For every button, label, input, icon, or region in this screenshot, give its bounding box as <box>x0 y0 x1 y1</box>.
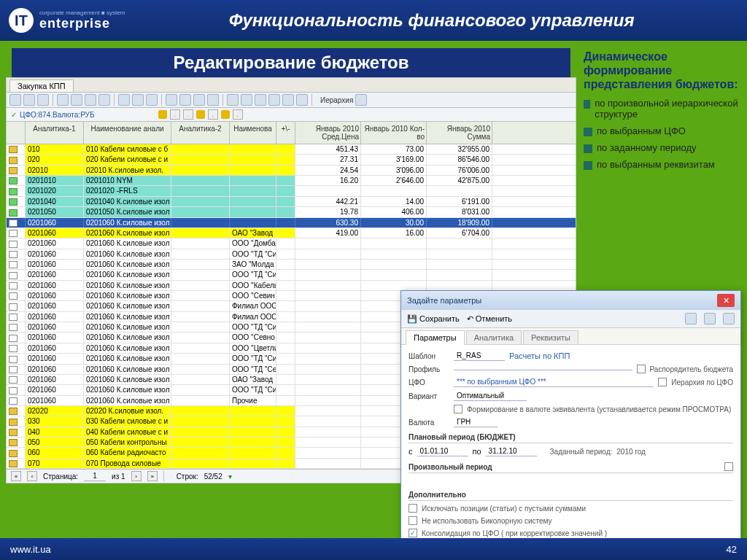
template-code[interactable]: R_RAS <box>454 351 505 361</box>
row-icon <box>9 303 18 311</box>
column-header[interactable]: Аналитика-1 <box>26 122 84 144</box>
toolbar-icon[interactable] <box>282 94 294 106</box>
tab-active[interactable]: Закупка КПП <box>9 79 74 92</box>
table-row[interactable]: 02010600201060 К.силовые изол 12ЗАО "Мол… <box>7 260 576 270</box>
toolbar-icon[interactable] <box>57 94 69 106</box>
toolbar-icon[interactable] <box>85 94 96 106</box>
plan-group: Плановый период (БЮДЖЕТ) <box>409 433 733 443</box>
toolbar-icon[interactable] <box>71 94 82 106</box>
toolbar-icon[interactable] <box>98 94 110 106</box>
opt2-checkbox[interactable] <box>409 516 417 525</box>
app-header: IT corporate management ■ system enterpr… <box>0 0 747 41</box>
opt1-checkbox[interactable] <box>409 504 417 513</box>
table-row[interactable]: 02010600201060 К.силовые изол 17354ООО "… <box>7 281 576 291</box>
column-header[interactable]: +\- <box>276 122 295 144</box>
dot-button[interactable]: . <box>170 109 180 120</box>
nav-prev[interactable]: ‹ <box>27 471 37 481</box>
toolbar-icon[interactable] <box>355 94 367 106</box>
dot-button[interactable]: . <box>183 109 193 120</box>
table-row[interactable]: 02010600201060 К.силовые изол 1135ООО "Т… <box>7 249 576 260</box>
table-row[interactable]: 02010400201040 К.силовые изол442.2114.00… <box>7 197 576 207</box>
row-icon <box>9 188 18 195</box>
page-label: Страница: <box>43 472 78 481</box>
rows-value: 52/52 <box>204 472 222 481</box>
profile-input[interactable] <box>454 368 632 370</box>
arb-checkbox[interactable] <box>724 462 733 471</box>
opt3-checkbox[interactable] <box>409 529 417 537</box>
toolbar-icon[interactable] <box>227 94 239 106</box>
toolbar-icon[interactable] <box>132 94 144 106</box>
toolbar-icon[interactable] <box>255 94 266 106</box>
logo-icon: IT <box>9 8 34 33</box>
table-row[interactable]: 02010200201020 -FRLS <box>7 186 576 196</box>
valuta-select[interactable]: ГРН <box>454 417 498 427</box>
dot-button[interactable]: . <box>208 109 218 120</box>
footer-url: www.it.ua <box>10 544 51 555</box>
page-input[interactable]: 1 <box>84 471 106 481</box>
toolbar-icon[interactable] <box>241 94 252 106</box>
bullet-icon <box>584 161 592 170</box>
cfo-cb-label: Иерархия по ЦФО <box>671 378 733 386</box>
template-label: Шаблон <box>409 352 449 360</box>
profile-checkbox[interactable] <box>637 365 646 373</box>
toolbar-icon[interactable] <box>268 94 280 106</box>
toolbar-icon[interactable] <box>193 94 205 106</box>
row-icon <box>9 167 18 174</box>
toolbar-icon[interactable] <box>118 94 130 106</box>
row-icon <box>9 261 18 268</box>
table-row[interactable]: 020020 Кабели силовые с и27.313'169.0086… <box>7 155 576 165</box>
variant-select[interactable]: Оптимальный <box>454 391 527 401</box>
toolbar: Иерархия <box>7 93 576 108</box>
toolbar-icon[interactable] <box>166 94 177 106</box>
row-icon <box>9 356 18 363</box>
cfo-value[interactable]: *** по выбранным ЦФО *** <box>454 377 654 387</box>
lock-icon[interactable] <box>158 110 167 119</box>
toolbar-icon[interactable] <box>296 94 308 106</box>
dot-button[interactable]: . <box>233 109 243 120</box>
table-row[interactable]: 02010600201060 К.силовые изол 1396ООО "Т… <box>7 270 576 280</box>
to-date[interactable]: 31.12.10 <box>486 446 537 456</box>
toolbar-icon[interactable] <box>179 94 191 106</box>
opt1-label: Исключать позиции (статьи) с пустыми сум… <box>422 505 586 513</box>
nav-last[interactable]: » <box>147 471 158 481</box>
column-header[interactable]: Январь 2010 Сумма <box>427 122 492 144</box>
dialog-tab[interactable]: Аналитика <box>466 330 522 345</box>
save-button[interactable]: 💾 Сохранить <box>407 314 460 324</box>
table-row[interactable]: 02010100201010 NYM16.202'646.0042'875.00 <box>7 176 576 186</box>
from-date[interactable]: 01.01.10 <box>417 446 468 456</box>
table-row[interactable]: 010010 Кабели силовые с б451.4373.0032'9… <box>7 144 576 155</box>
dialog-tab[interactable]: Реквизиты <box>523 330 578 345</box>
row-icon <box>9 314 18 321</box>
lock-icon[interactable] <box>196 110 205 119</box>
toolbar-icon[interactable] <box>37 94 49 106</box>
table-row[interactable]: 02010600201060 К.силовые изол630.3030.00… <box>7 218 576 228</box>
column-header[interactable]: Январь 2010 Сред.Цена <box>295 122 361 144</box>
template-name[interactable]: Расчеты по КПП <box>509 351 570 360</box>
cfo-checkbox[interactable] <box>658 378 667 386</box>
column-header[interactable]: Наименова <box>230 122 276 144</box>
table-row[interactable]: 02010500201050 К.силовые изол19.78406.00… <box>7 207 576 217</box>
toolbar-icon[interactable] <box>207 94 219 106</box>
logo-text: enterprise <box>39 16 125 31</box>
currency-checkbox[interactable] <box>454 405 462 413</box>
toolbar-icon[interactable] <box>9 94 21 106</box>
close-icon[interactable]: ✕ <box>717 294 735 307</box>
lock-icon[interactable] <box>221 110 230 119</box>
column-header[interactable]: Январь 2010 Кол-во <box>361 122 427 144</box>
dialog-tab[interactable]: Параметры <box>406 330 465 345</box>
nav-next[interactable]: › <box>131 471 142 481</box>
toolbar-icon[interactable] <box>723 313 735 324</box>
row-icon <box>9 387 18 394</box>
toolbar-icon[interactable] <box>23 94 35 106</box>
toolbar-icon[interactable] <box>146 94 158 106</box>
toolbar-icon[interactable] <box>685 313 697 324</box>
nav-first[interactable]: « <box>11 471 21 481</box>
column-header[interactable]: Наименование анали <box>84 122 171 144</box>
given-label: Заданный период: <box>550 448 613 456</box>
table-row[interactable]: 02010600201060 К.силовые изол 11ООО "Дом… <box>7 238 576 249</box>
table-row[interactable]: 02010600201060 К.силовые изол 10ОАО "Зав… <box>7 228 576 238</box>
table-row[interactable]: 0201002010 К.силовые изол. 24.543'096.00… <box>7 166 576 176</box>
toolbar-icon[interactable] <box>704 313 716 324</box>
column-header[interactable]: Аналитика-2 <box>171 122 230 144</box>
cancel-button[interactable]: ↶ Отменить <box>467 314 512 324</box>
